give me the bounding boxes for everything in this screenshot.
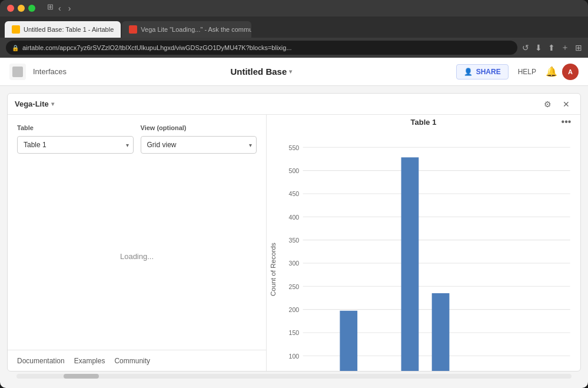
add-tab-icon[interactable]: ＋	[561, 42, 569, 53]
logo-icon	[12, 67, 23, 77]
browser-toolbar: ↺ ⬇ ⬆ ＋ ⊞	[522, 42, 582, 53]
inactive-tab-label: Vega Lite "Loading..." - Ask the communi…	[141, 26, 251, 33]
vega-header-icons: ⚙ ✕	[540, 97, 573, 111]
base-title-caret-icon[interactable]: ▾	[289, 68, 292, 75]
url-text: airtable.com/appcx7yz6rSVZzlO2/tblXctUlk…	[22, 44, 292, 51]
vega-panel-title: Vega-Lite ▾	[15, 100, 54, 108]
bottom-scrollbar[interactable]	[16, 374, 572, 379]
config-row: Table Table 1 ▾ View (opti	[17, 124, 257, 154]
close-panel-icon: ✕	[563, 100, 570, 109]
documentation-link[interactable]: Documentation	[17, 357, 65, 365]
nav-buttons: ⊞ ‹ ›	[45, 2, 73, 14]
svg-text:550: 550	[289, 144, 300, 151]
back-button[interactable]: ‹	[56, 2, 64, 14]
share-browser-icon[interactable]: ⬆	[548, 43, 555, 52]
share-button-label: SHARE	[476, 68, 501, 76]
close-button[interactable]	[7, 5, 14, 12]
view-select[interactable]: Grid view	[141, 136, 257, 154]
avatar-initials: A	[568, 68, 573, 75]
bar-attendee	[340, 311, 357, 371]
bar-enterprise	[401, 157, 419, 371]
address-bar-row: 🔒 airtable.com/appcx7yz6rSVZzlO2/tblXctU…	[0, 38, 588, 58]
active-tab-label: Untitled Base: Table 1 - Airtable	[24, 26, 114, 33]
table-config-col: Table Table 1 ▾	[17, 124, 134, 154]
scrollbar-thumb[interactable]	[64, 374, 99, 379]
app-content: Interfaces Untitled Base ▾ 👤 SHARE HELP …	[0, 58, 588, 388]
download-icon[interactable]: ⬇	[535, 43, 542, 52]
config-section: Table Table 1 ▾ View (opti	[8, 115, 266, 163]
active-tab[interactable]: Untitled Base: Table 1 - Airtable	[5, 21, 121, 38]
browser-window: ⊞ ‹ › Untitled Base: Table 1 - Airtable …	[0, 0, 588, 388]
chart-header: Table 1 •••	[267, 115, 580, 129]
close-panel-button[interactable]: ✕	[559, 97, 573, 111]
community-link[interactable]: Community	[114, 357, 150, 365]
help-label: HELP	[518, 68, 536, 76]
svg-text:400: 400	[289, 214, 300, 221]
sidebar-toggle-icon[interactable]: ⊞	[47, 2, 54, 14]
svg-text:100: 100	[289, 353, 300, 360]
share-person-icon: 👤	[464, 68, 473, 76]
table-label: Table	[17, 124, 134, 131]
notifications-icon[interactable]: 🔔	[546, 66, 557, 77]
table-select-wrapper: Table 1 ▾	[17, 136, 134, 154]
examples-link[interactable]: Examples	[74, 357, 105, 365]
view-config-col: View (optional) Grid view ▾	[141, 124, 257, 154]
reload-icon[interactable]: ↺	[522, 43, 529, 52]
help-button[interactable]: HELP	[513, 65, 541, 78]
app-topbar: Interfaces Untitled Base ▾ 👤 SHARE HELP …	[0, 58, 588, 86]
svg-text:Count of Records: Count of Records	[269, 243, 277, 296]
settings-button[interactable]: ⚙	[540, 97, 554, 111]
title-bar: ⊞ ‹ ›	[0, 0, 588, 16]
view-select-wrapper: Grid view ▾	[141, 136, 257, 154]
config-panel: Table Table 1 ▾ View (opti	[8, 115, 267, 371]
y-axis: 550 500 450 400 350 300 250 200 150 10	[269, 144, 570, 371]
chart-more-button[interactable]: •••	[559, 115, 573, 129]
tabs-bar: Untitled Base: Table 1 - Airtable Vega L…	[0, 16, 588, 38]
traffic-lights	[7, 5, 35, 12]
app-logo	[9, 64, 26, 80]
svg-text:300: 300	[289, 260, 300, 267]
svg-text:450: 450	[289, 190, 300, 197]
loading-text: Loading...	[120, 252, 154, 261]
table-select[interactable]: Table 1	[17, 136, 134, 154]
share-button[interactable]: 👤 SHARE	[456, 64, 509, 79]
svg-text:150: 150	[289, 329, 300, 336]
minimize-button[interactable]	[18, 5, 25, 12]
vega-panel-header: Vega-Lite ▾ ⚙ ✕	[8, 94, 580, 115]
footer-links: Documentation Examples Community	[8, 350, 266, 371]
lock-icon: 🔒	[12, 45, 19, 51]
topbar-right: 👤 SHARE HELP 🔔 A	[456, 64, 579, 80]
svg-text:250: 250	[289, 283, 300, 290]
chart-title: Table 1	[288, 118, 559, 127]
inactive-tab[interactable]: Vega Lite "Loading..." - Ask the communi…	[122, 21, 251, 38]
base-title: Untitled Base ▾	[67, 67, 456, 77]
svg-text:500: 500	[289, 167, 300, 174]
avatar[interactable]: A	[562, 64, 579, 80]
extensions-icon[interactable]: ⊞	[575, 43, 582, 52]
airtable-favicon	[12, 25, 20, 34]
maximize-button[interactable]	[28, 5, 35, 12]
svg-text:200: 200	[289, 306, 300, 313]
address-bar[interactable]: 🔒 airtable.com/appcx7yz6rSVZzlO2/tblXctU…	[6, 41, 517, 55]
panel-area: Vega-Lite ▾ ⚙ ✕	[0, 86, 588, 388]
chart-panel: Table 1 •••	[267, 115, 580, 371]
interfaces-label: Interfaces	[33, 67, 67, 76]
settings-icon: ⚙	[544, 100, 552, 109]
vega-body: Table Table 1 ▾ View (opti	[8, 115, 580, 371]
forward-button[interactable]: ›	[66, 2, 74, 14]
vega-title-text: Vega-Lite	[15, 100, 49, 108]
base-title-text: Untitled Base	[230, 67, 287, 77]
community-favicon	[129, 25, 137, 34]
loading-area: Loading...	[8, 163, 266, 350]
view-label: View (optional)	[141, 124, 257, 131]
bar-chart: 550 500 450 400 350 300 250 200 150 10	[267, 134, 573, 371]
vega-panel: Vega-Lite ▾ ⚙ ✕	[7, 93, 581, 372]
chart-container: 550 500 450 400 350 300 250 200 150 10	[267, 129, 580, 371]
vega-title-caret-icon[interactable]: ▾	[51, 101, 54, 107]
bar-free-tier	[432, 293, 450, 371]
svg-text:350: 350	[289, 237, 300, 244]
